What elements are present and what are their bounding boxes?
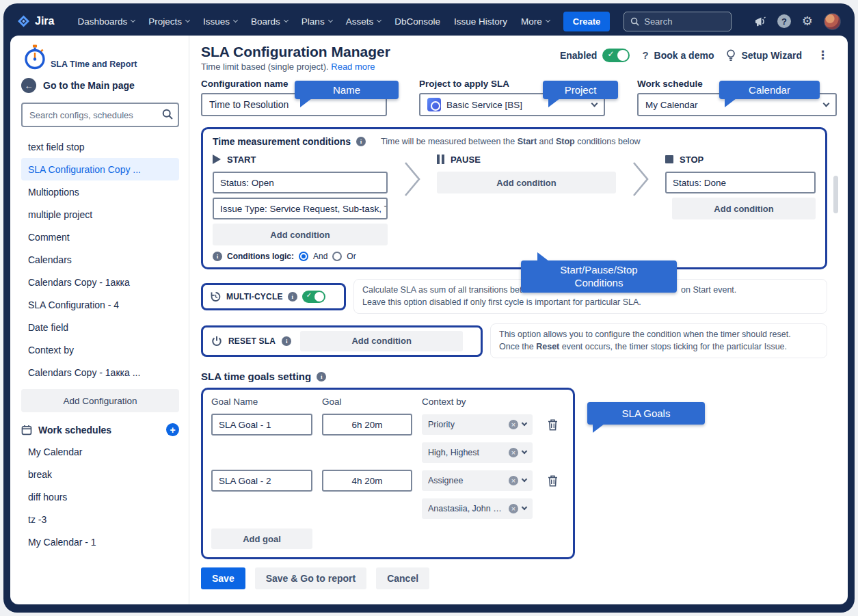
- nav-more-label: More: [521, 16, 542, 27]
- goal-column-header: Goal: [322, 397, 412, 407]
- reset-sla-box: RESET SLA Add condition: [201, 325, 483, 357]
- goal-2-context-select[interactable]: Assignee: [422, 470, 533, 491]
- nav-boards[interactable]: Boards: [244, 16, 295, 27]
- config-item[interactable]: text field stop: [21, 135, 179, 158]
- config-item[interactable]: SLA Configuration - 4: [21, 293, 179, 316]
- logic-or-label: Or: [347, 252, 356, 261]
- desc-text: Time will be measured between the: [381, 137, 518, 146]
- sidebar-search-input[interactable]: [21, 103, 179, 127]
- nav-plans[interactable]: Plans: [295, 16, 339, 27]
- callout-conditions: Start/Pause/Stop Conditions: [521, 260, 677, 293]
- cancel-button[interactable]: Cancel: [376, 567, 429, 589]
- callout-conditions-line1: Start/Pause/Stop: [560, 264, 637, 277]
- goal-2-name-input[interactable]: [211, 470, 312, 492]
- schedule-item[interactable]: diff hours: [21, 485, 179, 508]
- info-icon[interactable]: [356, 137, 366, 146]
- config-item[interactable]: Context by: [21, 338, 179, 361]
- pause-add-condition-button[interactable]: Add condition: [437, 172, 616, 193]
- read-more-link[interactable]: Read more: [331, 62, 375, 72]
- chevron-down-icon: [522, 477, 527, 482]
- save-go-report-button[interactable]: Save & Go to report: [255, 567, 366, 589]
- sidebar: SLA Time and Report ← Go to the Main pag…: [10, 36, 189, 604]
- info-icon[interactable]: [282, 336, 291, 346]
- create-button[interactable]: Create: [563, 12, 610, 31]
- setup-wizard-button[interactable]: Setup Wizard: [726, 49, 802, 62]
- back-to-main-link[interactable]: ← Go to the Main page: [21, 78, 179, 93]
- clear-icon[interactable]: [509, 476, 518, 485]
- reset-desc-text: event occurs, the timer stops ticking fo…: [559, 342, 787, 351]
- conditions-logic-label: Conditions logic:: [227, 252, 294, 261]
- chevron-right-icon: [632, 161, 649, 198]
- config-item-selected[interactable]: SLA Configuration Copy ...: [21, 158, 179, 180]
- schedule-item[interactable]: tz -3: [21, 508, 179, 531]
- stop-condition-status[interactable]: Status: Done: [665, 172, 816, 193]
- logic-or-radio[interactable]: [332, 252, 342, 261]
- config-item[interactable]: Comment: [21, 226, 179, 248]
- nav-dbconsole[interactable]: DbConsole: [388, 16, 447, 27]
- nav-assets[interactable]: Assets: [339, 16, 388, 27]
- goal-1-context-values-select[interactable]: High, Highest: [422, 442, 533, 463]
- add-configuration-button[interactable]: Add Configuration: [21, 389, 179, 412]
- nav-more[interactable]: More: [514, 16, 557, 27]
- schedule-item[interactable]: break: [21, 463, 179, 485]
- stop-add-condition-button[interactable]: Add condition: [672, 198, 816, 219]
- config-item[interactable]: multiple project: [21, 203, 179, 226]
- nav-issue-history[interactable]: Issue History: [447, 16, 514, 27]
- stop-label: STOP: [680, 155, 703, 165]
- more-menu-button[interactable]: ⋮: [814, 48, 831, 62]
- schedule-item[interactable]: My Calendar: [21, 440, 179, 463]
- info-icon[interactable]: [213, 252, 222, 261]
- config-item[interactable]: Calendars Copy - 1акка: [21, 271, 179, 293]
- reset-desc-line1: This option allows you to configure the …: [499, 329, 818, 341]
- goal-1-context-select[interactable]: Priority: [422, 414, 533, 435]
- help-icon[interactable]: ?: [777, 14, 791, 28]
- info-icon[interactable]: [288, 292, 297, 302]
- add-goal-button[interactable]: Add goal: [211, 528, 312, 549]
- config-item[interactable]: Calendars: [21, 248, 179, 271]
- start-add-condition-button[interactable]: Add condition: [213, 224, 388, 245]
- config-item[interactable]: Calendars Copy - 1акка ...: [21, 361, 179, 384]
- enabled-toggle[interactable]: [602, 49, 630, 62]
- clear-icon[interactable]: [509, 448, 518, 457]
- reset-add-condition-button[interactable]: Add condition: [300, 331, 463, 351]
- save-button[interactable]: Save: [201, 567, 245, 589]
- add-schedule-button[interactable]: +: [166, 423, 179, 436]
- goal-2-value-input[interactable]: [322, 470, 412, 492]
- book-demo-button[interactable]: ? Book a demo: [642, 49, 714, 61]
- start-condition-issue-type[interactable]: Issue Type: Service Request, Sub-task, T…: [213, 198, 388, 219]
- goal-1-name-input[interactable]: [211, 414, 312, 436]
- power-icon: [211, 336, 222, 347]
- announcements-icon[interactable]: [755, 16, 766, 27]
- logic-and-radio[interactable]: [299, 252, 308, 261]
- user-avatar[interactable]: [824, 13, 841, 30]
- config-item[interactable]: Multioptions: [21, 180, 179, 203]
- config-item[interactable]: Date field: [21, 316, 179, 338]
- info-icon[interactable]: [317, 372, 326, 381]
- nav-issues[interactable]: Issues: [196, 16, 244, 27]
- nav-projects[interactable]: Projects: [142, 16, 196, 27]
- chevron-down-icon: [131, 18, 135, 23]
- nav-dashboards[interactable]: Dashboards: [70, 16, 142, 27]
- goal-2-context-values-select[interactable]: Anastasiia, John Smit...: [422, 498, 533, 519]
- work-schedules-header: Work schedules +: [21, 423, 179, 436]
- start-condition-status[interactable]: Status: Open: [213, 172, 388, 193]
- main-scrollbar[interactable]: [833, 176, 838, 213]
- multi-cycle-toggle[interactable]: [302, 291, 325, 303]
- schedule-item[interactable]: My Calendar - 1: [21, 531, 179, 553]
- lightbulb-icon: [726, 49, 736, 62]
- desc-stop-word: Stop: [556, 137, 575, 146]
- delete-goal-2-button[interactable]: [542, 470, 563, 492]
- jira-logo[interactable]: Jira: [17, 15, 54, 28]
- column-separator: [388, 152, 437, 262]
- nav-dashboards-label: Dashboards: [77, 16, 127, 27]
- clear-icon[interactable]: [509, 504, 518, 513]
- navbar-search-input[interactable]: Search: [624, 12, 732, 31]
- goal-1-value-input[interactable]: [322, 414, 412, 436]
- search-icon: [630, 17, 639, 26]
- clear-icon[interactable]: [509, 420, 518, 429]
- reset-desc-text: Once the: [499, 342, 536, 351]
- conditions-header: Time measurement conditions Time will be…: [213, 136, 816, 147]
- gear-icon[interactable]: ⚙: [802, 15, 813, 27]
- delete-goal-1-button[interactable]: [542, 414, 563, 436]
- multi-cycle-label: MULTI-CYCLE: [226, 292, 283, 302]
